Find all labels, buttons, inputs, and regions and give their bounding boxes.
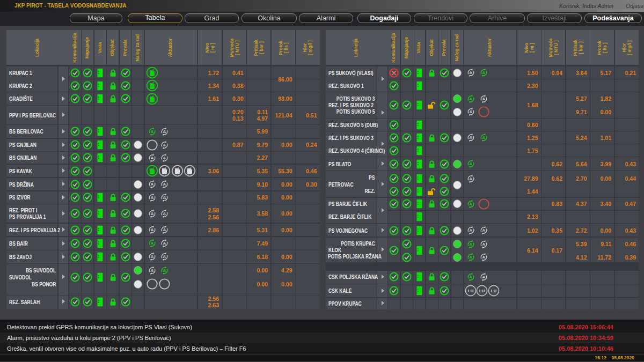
svg-text:A: A xyxy=(163,143,166,147)
svg-text:A: A xyxy=(482,70,485,75)
svg-text:A: A xyxy=(150,227,153,232)
svg-text:A: A xyxy=(470,176,473,181)
svg-text:A: A xyxy=(150,182,153,187)
svg-text:A: A xyxy=(482,275,485,279)
svg-text:A: A xyxy=(163,129,166,134)
svg-text:A: A xyxy=(482,97,485,101)
svg-text:A: A xyxy=(470,97,473,101)
svg-text:A: A xyxy=(482,228,485,233)
svg-text:A: A xyxy=(470,255,473,260)
svg-text:A: A xyxy=(470,70,473,75)
svg-text:A: A xyxy=(470,109,473,114)
svg-text:A: A xyxy=(163,227,166,232)
svg-text:A: A xyxy=(470,228,473,233)
svg-text:A: A xyxy=(163,156,166,160)
svg-text:A: A xyxy=(470,275,473,279)
svg-text:A: A xyxy=(163,268,166,273)
svg-text:A: A xyxy=(163,255,166,260)
svg-text:A: A xyxy=(150,129,153,134)
svg-text:A: A xyxy=(470,202,473,206)
svg-text:A: A xyxy=(470,135,473,140)
svg-text:A: A xyxy=(150,268,153,273)
svg-text:LU: LU xyxy=(491,289,496,293)
svg-text:A: A xyxy=(163,241,166,246)
svg-text:A: A xyxy=(163,211,166,216)
svg-text:A: A xyxy=(150,195,153,200)
svg-text:A: A xyxy=(482,255,485,260)
svg-text:A: A xyxy=(150,156,153,160)
svg-text:LU: LU xyxy=(467,289,473,293)
svg-text:A: A xyxy=(150,241,153,246)
svg-text:LU: LU xyxy=(479,289,485,293)
svg-text:A: A xyxy=(470,161,473,166)
svg-text:A: A xyxy=(470,242,473,247)
svg-text:A: A xyxy=(150,255,153,260)
svg-text:A: A xyxy=(150,211,153,216)
svg-text:A: A xyxy=(482,242,485,247)
svg-text:A: A xyxy=(482,135,485,140)
svg-text:A: A xyxy=(163,195,166,200)
svg-text:A: A xyxy=(163,182,166,187)
